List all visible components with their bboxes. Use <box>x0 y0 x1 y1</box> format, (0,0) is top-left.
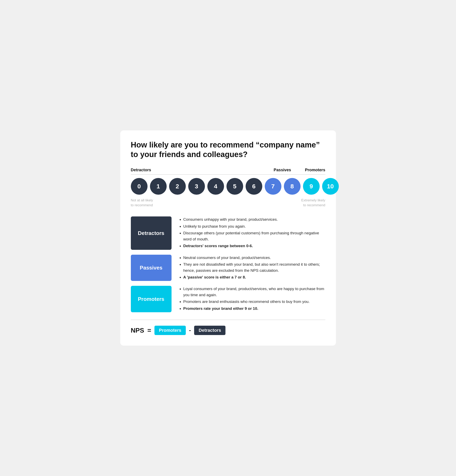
score-category-labels: Detractors Passives Promoters <box>131 168 325 172</box>
passives-label: Passives <box>140 265 162 271</box>
passives-block: Passives Neutral consumers of your brand… <box>131 255 325 281</box>
score-0[interactable]: 0 <box>131 178 147 195</box>
page-title: How likely are you to recommend “company… <box>131 140 325 160</box>
nps-divider <box>131 320 325 320</box>
promoters-content: Loyal consumers of your brand, product/s… <box>179 286 325 312</box>
label-passives: Passives <box>274 168 291 172</box>
nps-label: NPS <box>131 327 144 334</box>
score-7[interactable]: 7 <box>265 178 281 195</box>
promoters-label-box: Promoters <box>131 286 172 312</box>
promoters-block: Promoters Loyal consumers of your brand,… <box>131 286 325 312</box>
score-10[interactable]: 10 <box>322 178 339 195</box>
detractors-content: Consumers unhappy with your brand, produ… <box>179 216 325 250</box>
score-circles-row: 0 1 2 3 4 5 6 7 8 9 10 <box>131 178 325 195</box>
list-item: Detractors' scores range between 0-6. <box>183 243 325 249</box>
score-3[interactable]: 3 <box>188 178 205 195</box>
score-4[interactable]: 4 <box>207 178 224 195</box>
nps-detractors-badge: Detractors <box>194 326 225 335</box>
score-9[interactable]: 9 <box>303 178 320 195</box>
score-5[interactable]: 5 <box>226 178 243 195</box>
scale-label-left: Not at all likelyto recommend <box>131 198 153 208</box>
nps-formula: NPS = Promoters - Detractors <box>131 326 325 335</box>
score-1[interactable]: 1 <box>150 178 167 195</box>
scale-label-right: Extremely likelyto recommend <box>301 198 325 208</box>
scale-labels: Not at all likelyto recommend Extremely … <box>131 198 325 208</box>
score-2[interactable]: 2 <box>169 178 186 195</box>
score-8[interactable]: 8 <box>284 178 301 195</box>
detractors-block: Detractors Consumers unhappy with your b… <box>131 216 325 250</box>
list-item: Discourage others (your potential custom… <box>183 230 325 242</box>
list-item: Unlikely to purchase from you again. <box>183 223 325 229</box>
nps-equals: = <box>147 327 151 334</box>
main-card: How likely are you to recommend “company… <box>120 130 336 346</box>
top-divider <box>131 174 325 175</box>
nps-minus: - <box>189 327 191 334</box>
list-item: They are not dissatisfied with your bran… <box>183 261 325 273</box>
label-promoters: Promoters <box>305 168 325 172</box>
list-item: Promoters rate your brand either 9 or 10… <box>183 306 325 311</box>
nps-promoters-badge: Promoters <box>155 326 186 335</box>
passives-list: Neutral consumers of your brand, product… <box>179 255 325 281</box>
detractors-label-box: Detractors <box>131 216 172 250</box>
list-item: Consumers unhappy with your brand, produ… <box>183 216 325 222</box>
list-item: Loyal consumers of your brand, product/s… <box>183 286 325 298</box>
detractors-label: Detractors <box>138 230 164 236</box>
passives-content: Neutral consumers of your brand, product… <box>179 255 325 281</box>
passives-label-box: Passives <box>131 255 172 281</box>
promoters-list: Loyal consumers of your brand, product/s… <box>179 286 325 312</box>
score-6[interactable]: 6 <box>246 178 262 195</box>
detractors-list: Consumers unhappy with your brand, produ… <box>179 216 325 250</box>
list-item: Neutral consumers of your brand, product… <box>183 255 325 261</box>
promoters-label: Promoters <box>138 296 164 302</box>
list-item: A 'passive' score is either a 7 or 8. <box>183 274 325 280</box>
label-detractors: Detractors <box>131 168 151 172</box>
list-item: Promoters are brand enthusiasts who reco… <box>183 299 325 305</box>
